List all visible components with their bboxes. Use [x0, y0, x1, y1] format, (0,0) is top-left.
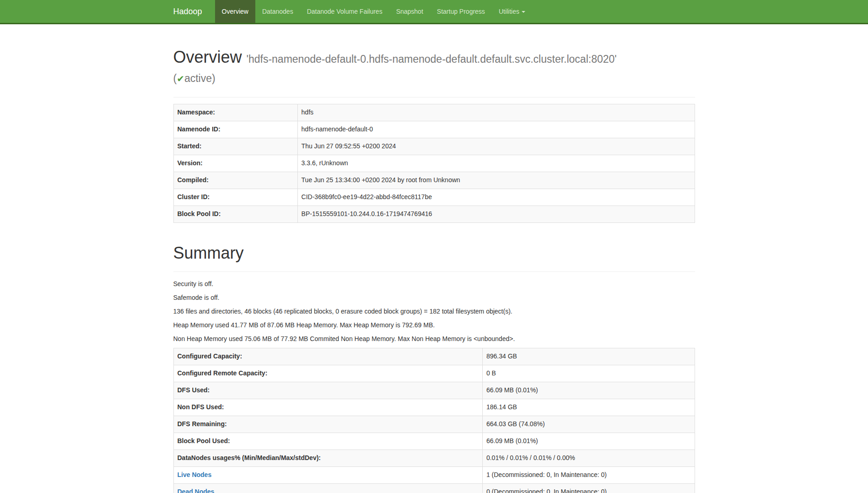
row-label: Live Nodes — [173, 466, 482, 483]
row-label: Block Pool Used: — [173, 433, 482, 450]
nav-link-startup-progress[interactable]: Startup Progress — [430, 0, 492, 23]
row-label: Configured Remote Capacity: — [173, 365, 482, 382]
row-label: DFS Used: — [173, 382, 482, 399]
row-label: Version: — [173, 155, 297, 172]
row-value: hdfs — [297, 104, 695, 121]
table-row: Namenode ID: hdfs-namenode-default-0 — [173, 121, 695, 138]
table-row: DFS Remaining: 664.03 GB (74.08%) — [173, 416, 695, 433]
nav-item-datanode-volume-failures: Datanode Volume Failures — [300, 0, 389, 23]
active-check-icon: ✔ — [177, 74, 184, 84]
summary-page-header: Summary — [173, 244, 695, 272]
row-label: Dead Nodes — [173, 483, 482, 493]
namenode-status: (✔active) — [173, 72, 695, 86]
row-label: Namenode ID: — [173, 121, 297, 138]
row-label: Cluster ID: — [173, 189, 297, 206]
nav-link-overview[interactable]: Overview — [215, 0, 255, 23]
row-value: 896.34 GB — [482, 348, 695, 365]
nav-link-datanode-volume-failures[interactable]: Datanode Volume Failures — [300, 0, 389, 23]
safemode-status-line: Safemode is off. — [173, 293, 695, 302]
table-row: Namespace: hdfs — [173, 104, 695, 121]
table-row: Non DFS Used: 186.14 GB — [173, 399, 695, 416]
nav-item-startup-progress: Startup Progress — [430, 0, 492, 23]
utilities-label: Utilities — [499, 8, 519, 15]
dead-nodes-link[interactable]: Dead Nodes — [178, 488, 215, 493]
row-value: 0 B — [482, 365, 695, 382]
table-row: Cluster ID: CID-368b9fc0-ee19-4d22-abbd-… — [173, 189, 695, 206]
nav-link-snapshot[interactable]: Snapshot — [389, 0, 430, 23]
row-value: 664.03 GB (74.08%) — [482, 416, 695, 433]
table-row: Configured Remote Capacity: 0 B — [173, 365, 695, 382]
table-row: Dead Nodes 0 (Decommissioned: 0, In Main… — [173, 483, 695, 493]
row-value: 186.14 GB — [482, 399, 695, 416]
row-value: BP-1515559101-10.244.0.16-1719474769416 — [297, 206, 695, 223]
navbar-container: Hadoop Overview Datanodes Datanode Volum… — [167, 0, 702, 23]
row-value: 0 (Decommissioned: 0, In Maintenance: 0) — [482, 483, 695, 493]
table-row: Started: Thu Jun 27 09:52:55 +0200 2024 — [173, 138, 695, 155]
row-label: Compiled: — [173, 172, 297, 189]
row-label: Configured Capacity: — [173, 348, 482, 365]
heap-memory-line: Heap Memory used 41.77 MB of 87.06 MB He… — [173, 320, 695, 330]
brand-link[interactable]: Hadoop — [173, 0, 215, 23]
row-value: 1 (Decommissioned: 0, In Maintenance: 0) — [482, 466, 695, 483]
active-status-text: active — [184, 72, 212, 84]
row-label: Non DFS Used: — [173, 399, 482, 416]
nav-item-datanodes: Datanodes — [255, 0, 300, 23]
row-label: DFS Remaining: — [173, 416, 482, 433]
namenode-info-table: Namespace: hdfs Namenode ID: hdfs-nameno… — [173, 104, 695, 223]
row-value: Thu Jun 27 09:52:55 +0200 2024 — [297, 138, 695, 155]
table-row: DFS Used: 66.09 MB (0.01%) — [173, 382, 695, 399]
page-title: Overview — [173, 48, 242, 66]
overview-page-header: Overview 'hdfs-namenode-default-0.hdfs-n… — [173, 48, 695, 98]
caret-down-icon — [522, 11, 525, 13]
row-label: DataNodes usages% (Min/Median/Max/stdDev… — [173, 450, 482, 466]
nav-item-snapshot: Snapshot — [389, 0, 430, 23]
row-value: CID-368b9fc0-ee19-4d22-abbd-84fcec8117be — [297, 189, 695, 206]
nav-link-datanodes[interactable]: Datanodes — [255, 0, 300, 23]
namenode-address: 'hdfs-namenode-default-0.hdfs-namenode-d… — [247, 53, 617, 65]
nav-link-utilities-dropdown[interactable]: Utilities — [492, 0, 532, 23]
table-row: Configured Capacity: 896.34 GB — [173, 348, 695, 365]
navbar-menu: Overview Datanodes Datanode Volume Failu… — [215, 0, 532, 23]
row-value: 66.09 MB (0.01%) — [482, 433, 695, 450]
live-nodes-link[interactable]: Live Nodes — [178, 471, 212, 478]
table-row: DataNodes usages% (Min/Median/Max/stdDev… — [173, 450, 695, 466]
row-value: Tue Jun 25 13:34:00 +0200 2024 by root f… — [297, 172, 695, 189]
table-row: Block Pool Used: 66.09 MB (0.01%) — [173, 433, 695, 450]
summary-heading: Summary — [173, 244, 695, 262]
non-heap-memory-line: Non Heap Memory used 75.06 MB of 77.92 M… — [173, 334, 695, 343]
paren-close: ) — [212, 72, 216, 84]
security-status-line: Security is off. — [173, 279, 695, 288]
nav-item-overview: Overview — [215, 0, 255, 23]
nav-item-utilities: Utilities — [492, 0, 532, 23]
row-label: Block Pool ID: — [173, 206, 297, 223]
summary-text-block: Security is off. Safemode is off. 136 fi… — [173, 279, 695, 343]
row-value: 66.09 MB (0.01%) — [482, 382, 695, 399]
navbar: Hadoop Overview Datanodes Datanode Volum… — [0, 0, 868, 24]
main-content: Overview 'hdfs-namenode-default-0.hdfs-n… — [167, 48, 702, 493]
filesystem-objects-line: 136 files and directories, 46 blocks (46… — [173, 307, 695, 316]
table-row: Block Pool ID: BP-1515559101-10.244.0.16… — [173, 206, 695, 223]
cluster-summary-table: Configured Capacity: 896.34 GB Configure… — [173, 348, 695, 493]
row-value: 3.3.6, rUnknown — [297, 155, 695, 172]
table-row: Compiled: Tue Jun 25 13:34:00 +0200 2024… — [173, 172, 695, 189]
page-title-row: Overview 'hdfs-namenode-default-0.hdfs-n… — [173, 48, 695, 66]
table-row: Live Nodes 1 (Decommissioned: 0, In Main… — [173, 466, 695, 483]
row-label: Namespace: — [173, 104, 297, 121]
row-value: hdfs-namenode-default-0 — [297, 121, 695, 138]
table-row: Version: 3.3.6, rUnknown — [173, 155, 695, 172]
row-label: Started: — [173, 138, 297, 155]
row-value: 0.01% / 0.01% / 0.01% / 0.00% — [482, 450, 695, 466]
